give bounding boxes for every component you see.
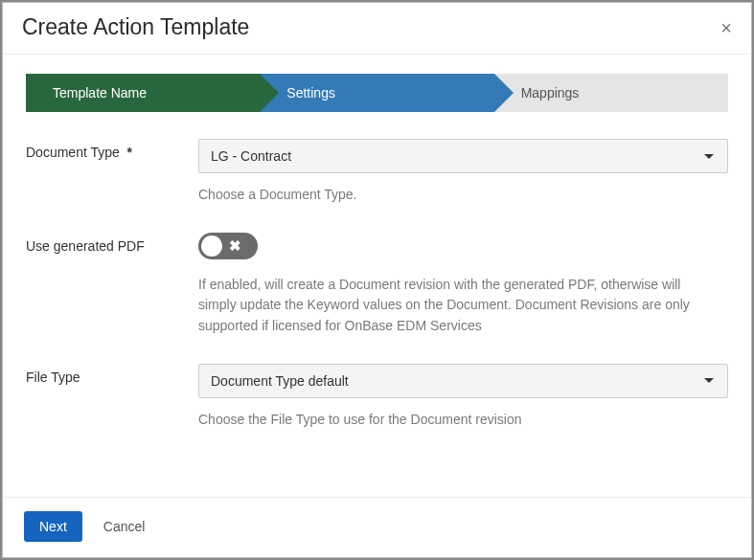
modal-body: Template Name Settings Mappings Document… — [3, 55, 751, 497]
cancel-button[interactable]: Cancel — [103, 519, 146, 534]
wizard-steps: Template Name Settings Mappings — [26, 74, 728, 112]
document-type-label: Document Type * — [26, 139, 198, 206]
use-generated-pdf-helper: If enabled, will create a Document revis… — [198, 275, 716, 337]
x-icon: ✖ — [229, 236, 241, 254]
wizard-step-settings[interactable]: Settings — [260, 74, 493, 112]
document-type-helper: Choose a Document Type. — [198, 185, 716, 206]
file-type-field: Document Type default Choose the File Ty… — [198, 364, 728, 431]
wizard-step-label: Settings — [286, 85, 335, 101]
wizard-step-label: Template Name — [53, 85, 147, 101]
row-document-type: Document Type * LG - Contract Choose a D… — [26, 139, 728, 206]
modal-title: Create Action Template — [22, 14, 249, 40]
file-type-label: File Type — [26, 364, 198, 431]
modal-footer: Next Cancel — [3, 497, 751, 557]
row-file-type: File Type Document Type default Choose t… — [26, 364, 728, 431]
caret-down-icon — [700, 140, 718, 172]
wizard-step-mappings[interactable]: Mappings — [494, 74, 728, 112]
use-generated-pdf-toggle[interactable]: ✖ — [198, 233, 258, 259]
document-type-field: LG - Contract Choose a Document Type. — [198, 139, 728, 206]
wizard-step-label: Mappings — [521, 85, 580, 101]
document-type-select[interactable]: LG - Contract — [198, 139, 728, 173]
toggle-knob — [201, 235, 222, 257]
caret-down-icon — [700, 365, 718, 397]
file-type-value: Document Type default — [211, 373, 349, 389]
file-type-select[interactable]: Document Type default — [198, 364, 728, 398]
row-use-generated-pdf: Use generated PDF ✖ If enabled, will cre… — [26, 233, 728, 337]
create-action-template-modal: Create Action Template × Template Name S… — [2, 2, 752, 558]
document-type-value: LG - Contract — [211, 148, 291, 164]
file-type-helper: Choose the File Type to use for the Docu… — [198, 410, 716, 431]
modal-header: Create Action Template × — [3, 3, 751, 55]
wizard-step-template-name[interactable]: Template Name — [26, 74, 260, 112]
close-button[interactable]: × — [720, 18, 732, 37]
use-generated-pdf-label: Use generated PDF — [26, 233, 198, 337]
next-button[interactable]: Next — [24, 511, 82, 542]
use-generated-pdf-field: ✖ If enabled, will create a Document rev… — [198, 233, 728, 337]
